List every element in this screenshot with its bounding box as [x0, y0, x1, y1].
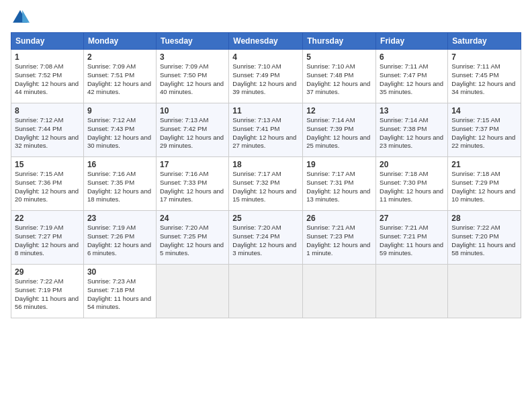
- logo-icon: [11, 8, 30, 27]
- calendar-cell: 6Sunrise: 7:11 AMSunset: 7:47 PMDaylight…: [376, 50, 448, 103]
- calendar-week-2: 8Sunrise: 7:12 AMSunset: 7:44 PMDaylight…: [11, 103, 521, 157]
- day-detail: Sunrise: 7:19 AMSunset: 7:27 PMDaylight:…: [15, 224, 80, 258]
- day-number: 24: [160, 214, 225, 223]
- calendar-cell: [376, 265, 448, 318]
- calendar-cell: 29Sunrise: 7:22 AMSunset: 7:19 PMDayligh…: [11, 265, 84, 318]
- day-detail: Sunrise: 7:18 AMSunset: 7:29 PMDaylight:…: [451, 170, 517, 204]
- day-detail: Sunrise: 7:13 AMSunset: 7:41 PMDaylight:…: [232, 116, 299, 150]
- day-number: 25: [232, 214, 299, 223]
- day-number: 6: [380, 52, 444, 62]
- header-row: SundayMondayTuesdayWednesdayThursdayFrid…: [11, 33, 521, 50]
- calendar-cell: 5Sunrise: 7:10 AMSunset: 7:48 PMDaylight…: [303, 50, 376, 103]
- day-number: 20: [380, 160, 444, 169]
- day-number: 4: [232, 52, 299, 62]
- calendar-body: 1Sunrise: 7:08 AMSunset: 7:52 PMDaylight…: [11, 50, 521, 318]
- day-number: 2: [87, 52, 152, 62]
- header-cell-saturday: Saturday: [448, 33, 521, 50]
- day-detail: Sunrise: 7:10 AMSunset: 7:49 PMDaylight:…: [232, 62, 299, 97]
- day-number: 8: [15, 106, 80, 116]
- calendar-cell: 22Sunrise: 7:19 AMSunset: 7:27 PMDayligh…: [11, 211, 84, 265]
- calendar-cell: [303, 265, 376, 318]
- header: [11, 8, 521, 27]
- day-detail: Sunrise: 7:15 AMSunset: 7:37 PMDaylight:…: [451, 116, 517, 150]
- calendar-cell: 26Sunrise: 7:21 AMSunset: 7:23 PMDayligh…: [303, 211, 376, 265]
- header-cell-tuesday: Tuesday: [156, 33, 228, 50]
- day-detail: Sunrise: 7:09 AMSunset: 7:50 PMDaylight:…: [160, 62, 225, 97]
- day-number: 11: [232, 106, 299, 116]
- day-number: 5: [306, 52, 372, 62]
- day-detail: Sunrise: 7:23 AMSunset: 7:18 PMDaylight:…: [87, 277, 152, 312]
- day-number: 3: [160, 52, 225, 62]
- calendar-cell: 9Sunrise: 7:12 AMSunset: 7:43 PMDaylight…: [83, 103, 156, 157]
- day-number: 10: [160, 106, 225, 116]
- day-number: 22: [15, 214, 80, 223]
- calendar-cell: 16Sunrise: 7:16 AMSunset: 7:35 PMDayligh…: [83, 157, 156, 211]
- calendar-cell: 2Sunrise: 7:09 AMSunset: 7:51 PMDaylight…: [83, 50, 156, 103]
- calendar-cell: 28Sunrise: 7:22 AMSunset: 7:20 PMDayligh…: [448, 211, 521, 265]
- day-detail: Sunrise: 7:18 AMSunset: 7:30 PMDaylight:…: [380, 170, 444, 204]
- calendar-cell: 30Sunrise: 7:23 AMSunset: 7:18 PMDayligh…: [83, 265, 156, 318]
- calendar-cell: 17Sunrise: 7:16 AMSunset: 7:33 PMDayligh…: [156, 157, 228, 211]
- calendar-week-3: 15Sunrise: 7:15 AMSunset: 7:36 PMDayligh…: [11, 157, 521, 211]
- day-number: 1: [15, 52, 80, 62]
- calendar-cell: 13Sunrise: 7:14 AMSunset: 7:38 PMDayligh…: [376, 103, 448, 157]
- calendar-cell: [229, 265, 303, 318]
- day-detail: Sunrise: 7:08 AMSunset: 7:52 PMDaylight:…: [15, 62, 80, 97]
- calendar-cell: 27Sunrise: 7:21 AMSunset: 7:21 PMDayligh…: [376, 211, 448, 265]
- logo: [11, 8, 32, 27]
- calendar-cell: 12Sunrise: 7:14 AMSunset: 7:39 PMDayligh…: [303, 103, 376, 157]
- day-detail: Sunrise: 7:22 AMSunset: 7:20 PMDaylight:…: [451, 224, 517, 258]
- day-detail: Sunrise: 7:15 AMSunset: 7:36 PMDaylight:…: [15, 170, 80, 204]
- day-detail: Sunrise: 7:17 AMSunset: 7:32 PMDaylight:…: [232, 170, 299, 204]
- calendar-cell: 11Sunrise: 7:13 AMSunset: 7:41 PMDayligh…: [229, 103, 303, 157]
- calendar-cell: 18Sunrise: 7:17 AMSunset: 7:32 PMDayligh…: [229, 157, 303, 211]
- calendar-cell: 25Sunrise: 7:20 AMSunset: 7:24 PMDayligh…: [229, 211, 303, 265]
- day-number: 29: [15, 267, 80, 277]
- day-detail: Sunrise: 7:21 AMSunset: 7:23 PMDaylight:…: [306, 224, 372, 258]
- day-number: 23: [87, 214, 152, 223]
- day-number: 15: [15, 160, 80, 169]
- day-number: 9: [87, 106, 152, 116]
- calendar-cell: 24Sunrise: 7:20 AMSunset: 7:25 PMDayligh…: [156, 211, 228, 265]
- day-detail: Sunrise: 7:16 AMSunset: 7:35 PMDaylight:…: [87, 170, 152, 204]
- calendar-cell: 1Sunrise: 7:08 AMSunset: 7:52 PMDaylight…: [11, 50, 84, 103]
- calendar-cell: 10Sunrise: 7:13 AMSunset: 7:42 PMDayligh…: [156, 103, 228, 157]
- day-detail: Sunrise: 7:11 AMSunset: 7:47 PMDaylight:…: [380, 62, 444, 97]
- calendar-week-1: 1Sunrise: 7:08 AMSunset: 7:52 PMDaylight…: [11, 50, 521, 103]
- day-number: 7: [451, 52, 517, 62]
- day-number: 27: [380, 214, 444, 223]
- day-detail: Sunrise: 7:19 AMSunset: 7:26 PMDaylight:…: [87, 224, 152, 258]
- day-detail: Sunrise: 7:22 AMSunset: 7:19 PMDaylight:…: [15, 277, 80, 312]
- day-detail: Sunrise: 7:16 AMSunset: 7:33 PMDaylight:…: [160, 170, 225, 204]
- day-detail: Sunrise: 7:10 AMSunset: 7:48 PMDaylight:…: [306, 62, 372, 97]
- calendar-cell: 15Sunrise: 7:15 AMSunset: 7:36 PMDayligh…: [11, 157, 84, 211]
- calendar-cell: [156, 265, 228, 318]
- day-number: 16: [87, 160, 152, 169]
- day-detail: Sunrise: 7:14 AMSunset: 7:38 PMDaylight:…: [380, 116, 444, 150]
- calendar-cell: 7Sunrise: 7:11 AMSunset: 7:45 PMDaylight…: [448, 50, 521, 103]
- header-cell-sunday: Sunday: [11, 33, 84, 50]
- page: SundayMondayTuesdayWednesdayThursdayFrid…: [0, 0, 532, 411]
- calendar-cell: 20Sunrise: 7:18 AMSunset: 7:30 PMDayligh…: [376, 157, 448, 211]
- calendar-cell: 19Sunrise: 7:17 AMSunset: 7:31 PMDayligh…: [303, 157, 376, 211]
- day-detail: Sunrise: 7:20 AMSunset: 7:25 PMDaylight:…: [160, 224, 225, 258]
- day-number: 13: [380, 106, 444, 116]
- calendar-cell: [448, 265, 521, 318]
- day-detail: Sunrise: 7:12 AMSunset: 7:43 PMDaylight:…: [87, 116, 152, 150]
- header-cell-friday: Friday: [376, 33, 448, 50]
- day-number: 18: [232, 160, 299, 169]
- calendar-week-4: 22Sunrise: 7:19 AMSunset: 7:27 PMDayligh…: [11, 211, 521, 265]
- day-number: 21: [451, 160, 517, 169]
- calendar-cell: 14Sunrise: 7:15 AMSunset: 7:37 PMDayligh…: [448, 103, 521, 157]
- calendar-header: SundayMondayTuesdayWednesdayThursdayFrid…: [11, 33, 521, 50]
- day-detail: Sunrise: 7:14 AMSunset: 7:39 PMDaylight:…: [306, 116, 372, 150]
- day-number: 28: [451, 214, 517, 223]
- day-detail: Sunrise: 7:09 AMSunset: 7:51 PMDaylight:…: [87, 62, 152, 97]
- day-detail: Sunrise: 7:13 AMSunset: 7:42 PMDaylight:…: [160, 116, 225, 150]
- day-number: 26: [306, 214, 372, 223]
- calendar-cell: 3Sunrise: 7:09 AMSunset: 7:50 PMDaylight…: [156, 50, 228, 103]
- calendar-cell: 4Sunrise: 7:10 AMSunset: 7:49 PMDaylight…: [229, 50, 303, 103]
- day-detail: Sunrise: 7:11 AMSunset: 7:45 PMDaylight:…: [451, 62, 517, 97]
- day-detail: Sunrise: 7:12 AMSunset: 7:44 PMDaylight:…: [15, 116, 80, 150]
- header-cell-thursday: Thursday: [303, 33, 376, 50]
